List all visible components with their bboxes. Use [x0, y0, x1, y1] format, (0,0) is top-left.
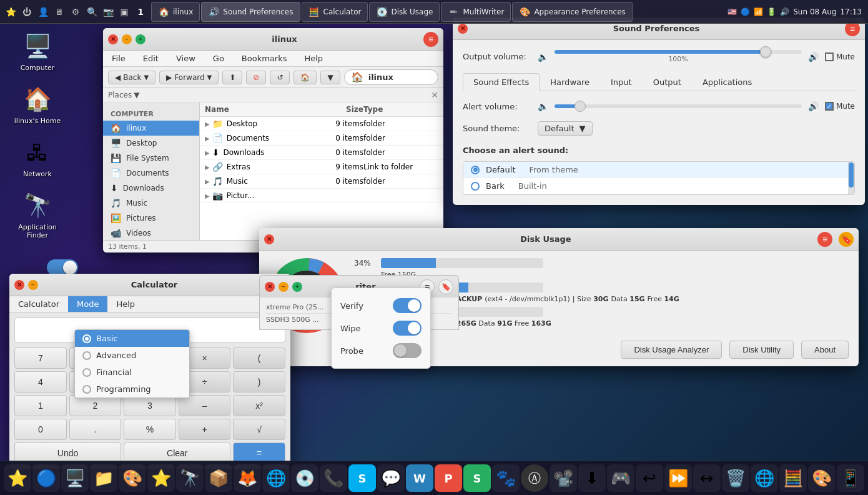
fm-menu-edit[interactable]: Edit — [139, 52, 162, 65]
calc-btn-rparen[interactable]: ) — [233, 371, 285, 392]
alert-sound-bark[interactable]: Bark Built-in — [463, 178, 854, 194]
fm-sidebar-videos[interactable]: 📹 Videos — [103, 226, 199, 240]
fm-sidebar-pictures[interactable]: 🖼️ Pictures — [103, 211, 199, 226]
fm-sidebar-music[interactable]: 🎵 Music — [103, 196, 199, 211]
mw-wipe-toggle[interactable] — [393, 321, 422, 336]
dock-backup-icon[interactable]: ↩️ — [636, 464, 663, 492]
disk-menu-button[interactable]: ≡ — [817, 232, 832, 247]
calc-btn-2[interactable]: 2 — [69, 395, 122, 416]
calc-mode-financial[interactable]: Financial — [75, 364, 189, 381]
dock-skype-icon[interactable]: S — [348, 464, 376, 492]
alert-sound-default[interactable]: Default From theme — [463, 162, 854, 178]
fm-menu-help[interactable]: Help — [300, 52, 327, 65]
calc-mode-programming[interactable]: Programming — [75, 381, 189, 398]
calc-btn-1[interactable]: 1 — [14, 395, 67, 416]
mw-probe-toggle[interactable] — [393, 343, 422, 358]
calc-btn-sqrt[interactable]: √ — [233, 419, 285, 440]
dock-chat-icon[interactable]: 💬 — [377, 464, 405, 492]
mw-close-button[interactable]: ✕ — [265, 282, 275, 292]
dock-monitor-icon[interactable]: 🖥️ — [61, 464, 89, 492]
fm-places-dropdown[interactable]: Places ▼ — [108, 91, 139, 99]
desktop-icon-network[interactable]: 🖧 Network — [12, 138, 62, 178]
dock-firefox-icon[interactable]: 🦊 — [234, 464, 261, 492]
calc-btn-percent[interactable]: % — [124, 419, 176, 440]
alert-mute-checkbox[interactable]: ✓ Mute — [825, 102, 855, 111]
output-volume-slider[interactable] — [555, 50, 802, 54]
desktop-icon-appfinder[interactable]: 🔭 Application Finder — [12, 191, 62, 239]
taskbar-power-icon[interactable]: ⏻ — [20, 5, 34, 19]
taskbar-app-calculator[interactable]: 🧮 Calculator — [302, 2, 368, 22]
output-volume-slider-container[interactable]: 100% — [555, 50, 802, 63]
table-row[interactable]: ▶ 🎵 Music 0 items folder — [200, 174, 443, 189]
calc-mode-advanced[interactable]: Advanced — [75, 347, 189, 364]
taskbar-app-sound[interactable]: 🔊 Sound Preferences — [201, 2, 300, 22]
taskbar-network-icon[interactable]: 🖥 — [52, 5, 66, 19]
table-row[interactable]: ▶ 📷 Pictur... — [200, 189, 443, 203]
fm-up-button[interactable]: ⬆ — [222, 71, 242, 84]
desktop-icon-computer[interactable]: 🖥️ Computer — [12, 31, 62, 72]
taskbar-search-icon[interactable]: 🔍 — [85, 5, 99, 19]
fm-sidebar-filesystem[interactable]: 💾 File System — [103, 151, 199, 166]
calc-btn-lparen[interactable]: ( — [233, 348, 285, 369]
tab-input[interactable]: Input — [600, 73, 643, 91]
taskbar-screenshot-icon[interactable]: 📷 — [101, 5, 115, 19]
dock-package-icon[interactable]: 📦 — [205, 464, 232, 492]
alert-slider[interactable] — [555, 104, 802, 108]
calc-btn-0[interactable]: 0 — [14, 419, 67, 440]
calc-btn-minus[interactable]: – — [179, 395, 231, 416]
dock-paw-icon[interactable]: 🐾 — [492, 464, 520, 492]
fm-home-button[interactable]: 🏠 — [293, 71, 317, 84]
dock-folder-icon[interactable]: 📁 — [90, 464, 117, 492]
calc-btn-dot[interactable]: . — [69, 419, 122, 440]
fm-more-button[interactable]: ▼ — [320, 71, 340, 84]
mw-min-button[interactable]: − — [279, 282, 289, 292]
dock-disk-icon[interactable]: 💿 — [291, 464, 318, 492]
alert-slider-container[interactable] — [555, 104, 802, 108]
dock-qbit-icon[interactable]: ⬇️ — [578, 464, 606, 492]
calc-mode-basic[interactable]: Basic — [75, 330, 189, 347]
tab-sound-effects[interactable]: Sound Effects — [463, 73, 540, 91]
taskbar-app-appearance[interactable]: 🎨 Appearance Preferences — [512, 2, 632, 22]
taskbar-app-multiwriter[interactable]: ✏️ MultiWriter — [441, 2, 511, 22]
dock-circle-a-icon[interactable]: Ⓐ — [521, 464, 548, 492]
disk-analyzer-button[interactable]: Disk Usage Analyzer — [621, 341, 722, 359]
calc-tab-calculator[interactable]: Calculator — [9, 296, 68, 312]
table-row[interactable]: ▶ 🔗 Extras 9 items Link to folder — [200, 160, 443, 174]
dock-settings-icon[interactable]: 🔵 — [32, 464, 60, 492]
dock-binoculars-icon[interactable]: 🔭 — [176, 464, 204, 492]
filemanager-min-button[interactable]: − — [122, 34, 132, 44]
dock-star2-icon[interactable]: ⭐ — [147, 464, 175, 492]
table-row[interactable]: ▶ 📁 Desktop 9 items folder — [200, 117, 443, 131]
dock-chrome-icon[interactable]: 🌐 — [262, 464, 290, 492]
dock-teamviewer-icon[interactable]: ↔️ — [693, 464, 721, 492]
table-row[interactable]: ▶ 📄 Documents 0 items folder — [200, 131, 443, 146]
taskbar-app-disk[interactable]: 💽 Disk Usage — [369, 2, 440, 22]
taskbar-app-ilinux[interactable]: 🏠 ilinux — [151, 2, 200, 22]
fm-places-close-icon[interactable]: ✕ — [431, 90, 438, 100]
filemanager-close-button[interactable]: ✕ — [108, 34, 118, 44]
fm-menu-view[interactable]: View — [172, 52, 199, 65]
calc-min-button[interactable]: − — [28, 280, 38, 290]
dock-color-icon[interactable]: 🎨 — [808, 464, 836, 492]
disk-utility-button[interactable]: Disk Utility — [729, 341, 794, 359]
dock-presenter-icon[interactable]: P — [435, 464, 462, 492]
mw-max-button[interactable]: + — [292, 282, 302, 292]
filemanager-max-button[interactable]: + — [136, 34, 145, 44]
calc-btn-7[interactable]: 7 — [14, 348, 67, 369]
tab-output[interactable]: Output — [643, 73, 692, 91]
tab-applications[interactable]: Applications — [692, 73, 762, 91]
disk-bookmark-button[interactable]: 🔖 — [839, 232, 854, 247]
fm-forward-button[interactable]: ▶ Forward ▼ — [159, 71, 219, 84]
dock-calculator-icon[interactable]: 🧮 — [779, 464, 807, 492]
tab-hardware[interactable]: Hardware — [540, 73, 600, 91]
mw-bookmark2-button[interactable]: 🔖 — [438, 279, 453, 294]
dock-multicolumn-icon[interactable]: 🎨 — [119, 464, 146, 492]
fm-sidebar-desktop[interactable]: 🖥️ Desktop — [103, 136, 199, 151]
calc-close-button[interactable]: ✕ — [14, 280, 24, 290]
calc-btn-plus[interactable]: + — [179, 419, 231, 440]
sound-close-button[interactable]: ✕ — [458, 24, 468, 34]
calc-btn-4[interactable]: 4 — [14, 371, 67, 392]
disk-about-button[interactable]: About — [801, 341, 849, 359]
calc-btn-3[interactable]: 3 — [124, 395, 176, 416]
table-row[interactable]: ▶ ⬇️ Downloads 0 items folder — [200, 146, 443, 160]
